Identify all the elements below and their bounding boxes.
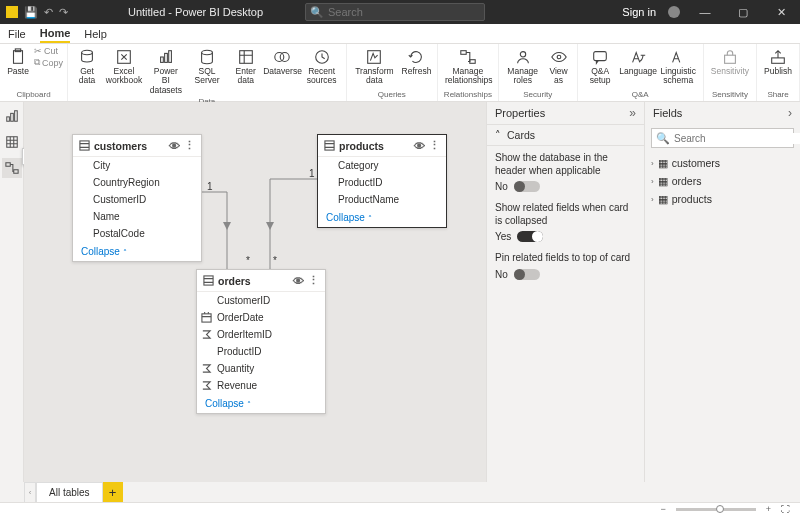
more-icon[interactable]: ⋮	[184, 139, 195, 152]
report-view-button[interactable]	[2, 106, 22, 126]
redo-icon[interactable]: ↷	[59, 6, 68, 19]
layout-tab-all-tables[interactable]: All tables	[36, 482, 103, 502]
collapse-link[interactable]: Collapse ˄	[197, 394, 325, 413]
collapse-link[interactable]: Collapse ˄	[318, 208, 446, 227]
language-button[interactable]: Language	[621, 46, 656, 78]
field-item[interactable]: City	[73, 157, 201, 174]
enter-data-button[interactable]: Enter data	[228, 46, 263, 88]
undo-icon[interactable]: ↶	[44, 6, 53, 19]
group-clipboard: Clipboard	[4, 90, 63, 99]
model-canvas[interactable]: 1 * 1 * customers 👁 ⋮ City CountryRegion…	[24, 102, 486, 482]
copy-button[interactable]: ⧉Copy	[34, 57, 63, 68]
tab-scroll-left[interactable]: ‹	[24, 482, 36, 502]
search-input[interactable]	[328, 6, 480, 18]
dataverse-button[interactable]: Dataverse	[265, 46, 300, 78]
sql-server-button[interactable]: SQL Server	[188, 46, 226, 88]
field-item[interactable]: OrderItemID	[197, 326, 325, 343]
visibility-icon[interactable]: 👁	[414, 140, 425, 152]
excel-button[interactable]: Excel workbook	[104, 46, 144, 88]
fields-search-input[interactable]	[674, 133, 800, 144]
collapse-link[interactable]: Collapse ˄	[73, 242, 201, 261]
recent-sources-button[interactable]: Recent sources	[302, 46, 342, 88]
menu-file[interactable]: File	[8, 26, 26, 42]
field-item[interactable]: Name	[73, 208, 201, 225]
qa-setup-button[interactable]: Q&A setup	[582, 46, 619, 88]
field-tree-customers[interactable]: ›▦customers	[649, 154, 796, 172]
visibility-icon[interactable]: 👁	[169, 140, 180, 152]
copy-icon: ⧉	[34, 57, 40, 68]
fields-search[interactable]: 🔍	[651, 128, 794, 148]
prop-related-fields-label: Show related fields when card is collaps…	[495, 202, 636, 227]
field-item[interactable]: CountryRegion	[73, 174, 201, 191]
linguistic-schema-button[interactable]: Linguistic schema	[658, 46, 699, 88]
more-icon[interactable]: ⋮	[308, 274, 319, 287]
field-item[interactable]: OrderDate	[197, 309, 325, 326]
chevron-right-icon: ›	[651, 159, 654, 168]
maximize-button[interactable]: ▢	[730, 6, 756, 19]
close-button[interactable]: ✕	[768, 6, 794, 19]
cards-section-header[interactable]: ˄Cards	[487, 124, 644, 146]
save-icon[interactable]: 💾	[24, 6, 38, 19]
field-item[interactable]: Revenue	[197, 377, 325, 394]
search-icon: 🔍	[656, 132, 670, 145]
svg-marker-31	[266, 222, 274, 230]
view-as-button[interactable]: View as	[545, 46, 573, 88]
rel-one-1: 1	[207, 181, 213, 192]
transform-data-button[interactable]: Transform data	[351, 46, 398, 88]
svg-rect-20	[6, 117, 9, 121]
minimize-button[interactable]: —	[692, 6, 718, 18]
field-item[interactable]: CustomerID	[73, 191, 201, 208]
manage-roles-button[interactable]: Manage roles	[503, 46, 543, 88]
field-item[interactable]: ProductName	[318, 191, 446, 208]
visibility-icon[interactable]: 👁	[293, 275, 304, 287]
field-item[interactable]: CustomerID	[197, 292, 325, 309]
sign-in-link[interactable]: Sign in	[622, 6, 656, 18]
menu-help[interactable]: Help	[84, 26, 107, 42]
zoom-out-button[interactable]: −	[660, 504, 665, 514]
table-name: orders	[218, 275, 251, 287]
calendar-icon	[201, 312, 212, 323]
menu-home[interactable]: Home	[40, 25, 71, 43]
group-relationships: Relationships	[442, 90, 494, 99]
avatar[interactable]	[668, 6, 680, 18]
fit-to-page-button[interactable]: ⛶	[781, 504, 790, 514]
zoom-in-button[interactable]: +	[766, 504, 771, 514]
manage-relationships-button[interactable]: Manage relationships	[442, 46, 494, 88]
prop-pin-fields-label: Pin related fields to top of card	[495, 252, 636, 265]
table-card-products[interactable]: products 👁 ⋮ Category ProductID ProductN…	[317, 134, 447, 228]
refresh-button[interactable]: Refresh	[400, 46, 433, 78]
sensitivity-button[interactable]: Sensitivity	[708, 46, 752, 78]
paste-button[interactable]: Paste	[4, 46, 32, 78]
more-icon[interactable]: ⋮	[429, 139, 440, 152]
field-item[interactable]: Quantity	[197, 360, 325, 377]
data-view-button[interactable]	[2, 132, 22, 152]
toggle-related-fields[interactable]	[517, 231, 543, 242]
add-layout-button[interactable]: +	[103, 482, 123, 502]
collapse-pane-icon[interactable]: »	[629, 106, 636, 120]
field-item[interactable]: ProductID	[318, 174, 446, 191]
get-data-button[interactable]: Get data	[72, 46, 102, 88]
pbi-datasets-button[interactable]: Power BI datasets	[146, 46, 186, 97]
svg-rect-4	[160, 57, 163, 62]
global-search[interactable]: 🔍	[305, 3, 485, 21]
table-name: products	[339, 140, 384, 152]
field-tree-orders[interactable]: ›▦orders	[649, 172, 796, 190]
publish-button[interactable]: Publish	[761, 46, 795, 78]
svg-rect-14	[470, 60, 475, 64]
collapse-pane-icon[interactable]: ›	[788, 106, 792, 120]
field-item[interactable]: Category	[318, 157, 446, 174]
field-tree-products[interactable]: ›▦products	[649, 190, 796, 208]
zoom-slider[interactable]	[676, 508, 756, 511]
model-view-button[interactable]	[2, 158, 22, 178]
table-card-orders[interactable]: orders 👁 ⋮ CustomerID OrderDate OrderIte…	[196, 269, 326, 414]
field-item[interactable]: ProductID	[197, 343, 325, 360]
cut-icon: ✂	[34, 46, 42, 56]
svg-rect-0	[14, 51, 23, 64]
toggle-db-header[interactable]	[514, 181, 540, 192]
cut-button[interactable]: ✂Cut	[34, 46, 63, 56]
toggle-pin-fields[interactable]	[514, 269, 540, 280]
svg-rect-33	[325, 141, 334, 150]
table-card-customers[interactable]: customers 👁 ⋮ City CountryRegion Custome…	[72, 134, 202, 262]
field-item[interactable]: PostalCode	[73, 225, 201, 242]
svg-rect-13	[461, 51, 466, 55]
